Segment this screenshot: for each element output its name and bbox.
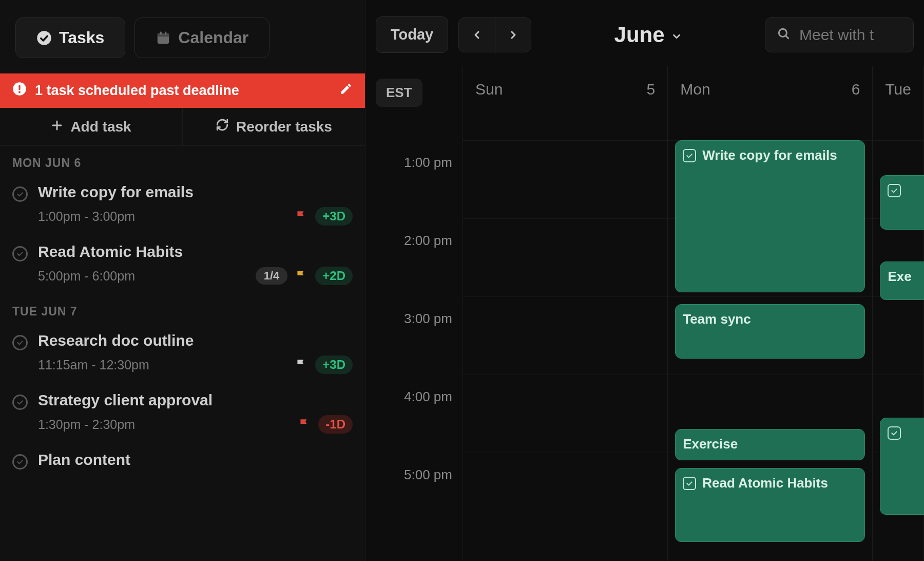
sidebar: Tasks Calendar 1 task scheduled past dea… (0, 0, 365, 561)
calendar-event[interactable]: Exe (880, 261, 924, 301)
search-box[interactable] (765, 17, 914, 52)
time-label: 4:00 pm (404, 389, 452, 405)
search-input[interactable] (799, 26, 902, 44)
flag-icon[interactable] (295, 358, 308, 371)
svg-rect-6 (18, 85, 20, 90)
svg-point-7 (18, 91, 21, 93)
calendar-event[interactable]: Exercise (675, 429, 865, 460)
event-checkbox[interactable] (683, 149, 696, 162)
today-button[interactable]: Today (376, 16, 448, 53)
calendar-toolbar: Today June (365, 0, 924, 66)
task-item[interactable]: Write copy for emails 1:00pm - 3:00pm +3… (0, 175, 365, 235)
flag-icon[interactable] (295, 210, 308, 223)
day-name: Sun (475, 81, 503, 98)
task-item[interactable]: Plan content (0, 443, 365, 484)
day-column-mon[interactable]: Mon 6 Write copy for emails Team sync Ex… (668, 66, 873, 560)
svg-rect-3 (160, 31, 162, 34)
event-title: Exercise (683, 436, 738, 453)
task-title: Write copy for emails (38, 183, 353, 201)
task-checkbox[interactable] (12, 186, 28, 202)
date-header: MON JUN 6 (0, 146, 365, 175)
tab-calendar[interactable]: Calendar (134, 17, 270, 58)
calendar-event[interactable] (880, 418, 924, 515)
task-title: Research doc outline (38, 332, 353, 349)
event-checkbox[interactable] (888, 426, 901, 440)
task-time: 11:15am - 12:30pm (38, 358, 287, 372)
task-item[interactable]: Strategy client approval 1:30pm - 2:30pm… (0, 383, 365, 443)
calendar-event[interactable]: Read Atomic Habits (675, 468, 865, 542)
day-number: 6 (852, 81, 860, 98)
svg-rect-4 (165, 31, 166, 34)
task-title: Strategy client approval (38, 391, 353, 409)
due-pill: +3D (315, 356, 353, 374)
timezone-badge[interactable]: EST (376, 79, 422, 107)
time-label: 5:00 pm (404, 467, 452, 483)
svg-point-0 (37, 31, 51, 45)
add-task-label: Add task (70, 119, 131, 135)
calendar-event[interactable] (880, 175, 924, 230)
time-label: 3:00 pm (404, 311, 452, 327)
calendar-event[interactable]: Write copy for emails (675, 140, 865, 292)
reorder-tasks-label: Reorder tasks (236, 119, 332, 135)
flag-icon[interactable] (298, 418, 311, 431)
task-checkbox[interactable] (12, 454, 28, 470)
task-checkbox[interactable] (12, 335, 28, 350)
task-time: 1:30pm - 2:30pm (38, 417, 291, 432)
due-pill: +2D (315, 267, 353, 285)
time-label: 2:00 pm (404, 233, 452, 249)
event-checkbox[interactable] (888, 184, 901, 197)
day-name: Mon (680, 81, 710, 98)
task-time: 5:00pm - 6:00pm (38, 269, 248, 284)
pencil-icon[interactable] (339, 82, 353, 99)
calendar-main: Today June (365, 0, 924, 561)
day-column-sun[interactable]: Sun 5 (463, 66, 668, 560)
day-column-tue[interactable]: Tue Exe (873, 66, 924, 560)
day-name: Tue (885, 81, 911, 98)
plus-icon (51, 119, 63, 135)
subtask-count: 1/4 (256, 267, 288, 285)
add-task-button[interactable]: Add task (0, 108, 182, 145)
prev-week-button[interactable] (459, 18, 495, 52)
event-title: Read Atomic Habits (702, 475, 828, 535)
alert-icon (12, 82, 27, 100)
task-item[interactable]: Research doc outline 11:15am - 12:30pm +… (0, 324, 365, 383)
alert-text: 1 task scheduled past deadline (35, 83, 239, 99)
event-title: Write copy for emails (702, 147, 837, 286)
month-picker[interactable]: June (542, 23, 755, 47)
task-checkbox[interactable] (12, 395, 28, 410)
svg-line-9 (786, 35, 788, 38)
calendar-icon (156, 30, 171, 46)
task-item[interactable]: Read Atomic Habits 5:00pm - 6:00pm 1/4 +… (0, 235, 365, 294)
reorder-tasks-button[interactable]: Reorder tasks (182, 108, 365, 145)
task-title: Plan content (38, 451, 353, 469)
check-circle-icon (36, 30, 52, 46)
calendar-grid: EST 1:00 pm2:00 pm3:00 pm4:00 pm5:00 pm … (365, 66, 924, 560)
time-column: EST 1:00 pm2:00 pm3:00 pm4:00 pm5:00 pm (365, 66, 463, 560)
time-label: 1:00 pm (404, 155, 452, 171)
flag-icon[interactable] (295, 269, 308, 283)
day-number: 5 (647, 81, 656, 98)
tab-tasks[interactable]: Tasks (15, 17, 125, 58)
past-deadline-alert[interactable]: 1 task scheduled past deadline (0, 73, 365, 108)
event-checkbox[interactable] (683, 477, 696, 490)
task-time: 1:00pm - 3:00pm (38, 209, 287, 224)
chevron-down-icon (671, 23, 682, 47)
event-title: Exe (888, 268, 911, 294)
calendar-event[interactable]: Team sync (675, 304, 865, 359)
due-pill: +3D (315, 207, 353, 226)
week-nav (458, 17, 531, 52)
search-icon (777, 26, 790, 44)
event-title: Team sync (683, 311, 750, 352)
due-pill: -1D (318, 415, 353, 434)
task-actions: Add task Reorder tasks (0, 108, 365, 146)
view-switcher: Tasks Calendar (0, 0, 365, 73)
next-week-button[interactable] (495, 18, 531, 52)
month-label-text: June (614, 23, 665, 47)
today-label: Today (391, 26, 433, 43)
task-title: Read Atomic Habits (38, 243, 353, 260)
reorder-icon (216, 118, 229, 135)
tab-tasks-label: Tasks (59, 28, 104, 47)
date-header: TUE JUN 7 (0, 294, 365, 324)
svg-rect-2 (158, 33, 169, 36)
task-checkbox[interactable] (12, 246, 28, 261)
